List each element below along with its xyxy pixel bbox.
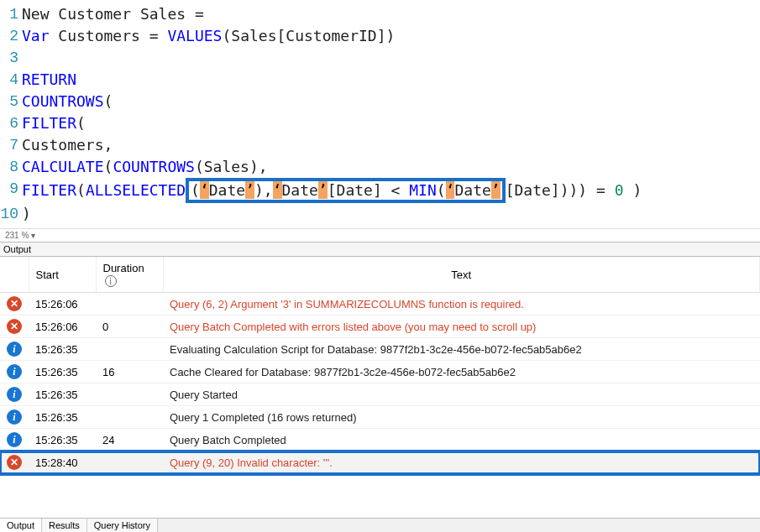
highlighted-char: ‘ bbox=[200, 181, 209, 199]
code-line[interactable]: 8CALCULATE(COUNTROWS(Sales), bbox=[0, 156, 760, 178]
token: COUNTROWS bbox=[22, 92, 104, 110]
zoom-dropdown-icon[interactable]: ▾ bbox=[31, 231, 35, 240]
token: ) bbox=[624, 181, 642, 199]
table-row[interactable]: ✕15:26:060Query Batch Completed with err… bbox=[0, 316, 760, 338]
code-line[interactable]: 10) bbox=[0, 203, 760, 225]
token: = bbox=[149, 27, 168, 44]
table-row[interactable]: i15:26:35Query Started bbox=[0, 383, 760, 406]
table-row[interactable]: ✕15:28:40Query (9, 20) Invalid character… bbox=[0, 451, 760, 474]
code-line[interactable]: 4RETURN bbox=[0, 69, 760, 91]
output-header-row: Start Duration i Text bbox=[0, 257, 760, 293]
highlight-box: (‘Date’),‘Date’[Date] < MIN(‘Date’ bbox=[186, 178, 506, 203]
table-row[interactable]: i15:26:35Query 1 Completed (16 rows retu… bbox=[0, 406, 760, 429]
highlighted-char: ‘ bbox=[273, 181, 282, 199]
col-duration[interactable]: Duration i bbox=[96, 257, 163, 293]
token: Date bbox=[209, 181, 245, 199]
table-row[interactable]: ✕15:26:06Query (6, 2) Argument '3' in SU… bbox=[0, 293, 760, 316]
code-content[interactable]: ) bbox=[22, 203, 31, 225]
code-content[interactable]: RETURN bbox=[22, 69, 76, 91]
table-row[interactable]: i15:26:3516Cache Cleared for Database: 9… bbox=[0, 361, 760, 383]
row-duration: 16 bbox=[96, 361, 163, 383]
row-icon-cell: i bbox=[0, 383, 29, 406]
code-editor[interactable]: 1New Customer Sales =2Var Customers = VA… bbox=[0, 0, 760, 228]
row-text: Query 1 Completed (16 rows returned) bbox=[163, 406, 760, 429]
token: [Date]))) = bbox=[506, 181, 615, 199]
highlighted-char: ’ bbox=[245, 181, 254, 199]
error-icon: ✕ bbox=[7, 296, 22, 311]
highlighted-char: ’ bbox=[318, 181, 328, 199]
token: Date bbox=[282, 181, 318, 199]
code-line[interactable]: 2Var Customers = VALUES(Sales[CustomerID… bbox=[0, 25, 760, 47]
code-content[interactable]: FILTER( bbox=[22, 112, 86, 134]
row-icon-cell: i bbox=[0, 406, 29, 429]
code-line[interactable]: 7Customers, bbox=[0, 134, 760, 156]
bottom-tab-bar: Output Results Query History bbox=[0, 518, 760, 532]
code-content[interactable]: CALCULATE(COUNTROWS(Sales), bbox=[22, 156, 268, 178]
table-row[interactable]: i15:26:35Evaluating Calculation Script f… bbox=[0, 338, 760, 361]
line-number: 1 bbox=[0, 3, 22, 25]
row-text: Cache Cleared for Database: 9877f2b1-3c2… bbox=[163, 361, 760, 383]
code-content[interactable]: FILTER(ALLSELECTED(‘Date’),‘Date’[Date] … bbox=[22, 178, 642, 203]
row-text: Query Batch Completed with errors listed… bbox=[163, 316, 760, 338]
output-panel-header: Output bbox=[0, 242, 760, 257]
code-content[interactable]: Var Customers = VALUES(Sales[CustomerID]… bbox=[22, 25, 395, 47]
output-table[interactable]: Start Duration i Text ✕15:26:06Query (6,… bbox=[0, 257, 760, 518]
row-start: 15:26:35 bbox=[29, 361, 96, 383]
row-text: Evaluating Calculation Script for Databa… bbox=[163, 338, 760, 361]
line-number: 9 bbox=[0, 178, 22, 203]
code-line[interactable]: 9FILTER(ALLSELECTED(‘Date’),‘Date’[Date]… bbox=[0, 178, 760, 203]
info-icon[interactable]: i bbox=[105, 275, 117, 287]
col-icon[interactable] bbox=[0, 257, 29, 293]
zoom-value: 231 % bbox=[5, 231, 29, 240]
tab-query-history[interactable]: Query History bbox=[87, 519, 158, 532]
col-duration-label: Duration bbox=[103, 262, 144, 274]
code-content[interactable]: New Customer Sales = bbox=[22, 3, 204, 25]
row-icon-cell: ✕ bbox=[0, 451, 29, 474]
token: ALLSELECTED bbox=[86, 181, 186, 199]
code-line[interactable]: 3 bbox=[0, 47, 760, 69]
col-text[interactable]: Text bbox=[163, 257, 760, 293]
row-start: 15:26:06 bbox=[29, 316, 96, 338]
row-text: Query (9, 20) Invalid character: '''. bbox=[163, 451, 760, 474]
row-icon-cell: ✕ bbox=[0, 316, 29, 338]
token: New Customer Sales bbox=[22, 5, 195, 23]
error-icon: ✕ bbox=[7, 455, 22, 470]
token: Customers bbox=[50, 27, 149, 44]
info-icon: i bbox=[7, 432, 22, 447]
code-content[interactable]: Customers, bbox=[22, 134, 113, 156]
token: ( bbox=[191, 181, 200, 199]
token: ) bbox=[22, 205, 31, 222]
row-icon-cell: i bbox=[0, 338, 29, 361]
token: (Sales), bbox=[195, 158, 268, 175]
line-number: 3 bbox=[0, 47, 22, 69]
row-duration: 24 bbox=[96, 429, 163, 451]
info-icon: i bbox=[7, 342, 22, 357]
token: 0 bbox=[615, 181, 624, 199]
info-icon: i bbox=[7, 409, 22, 425]
row-duration bbox=[96, 383, 163, 406]
row-icon-cell: i bbox=[0, 361, 29, 383]
tab-results[interactable]: Results bbox=[42, 519, 87, 532]
code-line[interactable]: 1New Customer Sales = bbox=[0, 3, 760, 25]
row-duration bbox=[96, 293, 163, 316]
row-duration bbox=[96, 451, 163, 474]
row-duration: 0 bbox=[96, 316, 163, 338]
info-icon: i bbox=[7, 387, 22, 402]
tab-output[interactable]: Output bbox=[0, 519, 42, 532]
token: Customers, bbox=[22, 136, 113, 154]
token: FILTER bbox=[22, 181, 76, 199]
token: ( bbox=[104, 158, 113, 175]
col-start[interactable]: Start bbox=[29, 257, 96, 293]
code-line[interactable]: 5COUNTROWS( bbox=[0, 91, 760, 112]
row-icon-cell: i bbox=[0, 429, 29, 451]
line-number: 5 bbox=[0, 91, 22, 112]
token: MIN bbox=[409, 181, 437, 199]
code-content[interactable]: COUNTROWS( bbox=[22, 91, 113, 112]
row-start: 15:26:35 bbox=[29, 383, 96, 406]
output-panel-title: Output bbox=[3, 244, 31, 254]
table-row[interactable]: i15:26:3524Query Batch Completed bbox=[0, 429, 760, 451]
row-text: Query (6, 2) Argument '3' in SUMMARIZECO… bbox=[163, 293, 760, 316]
token: COUNTROWS bbox=[113, 158, 195, 175]
token: Var bbox=[22, 27, 50, 44]
code-line[interactable]: 6FILTER( bbox=[0, 112, 760, 134]
